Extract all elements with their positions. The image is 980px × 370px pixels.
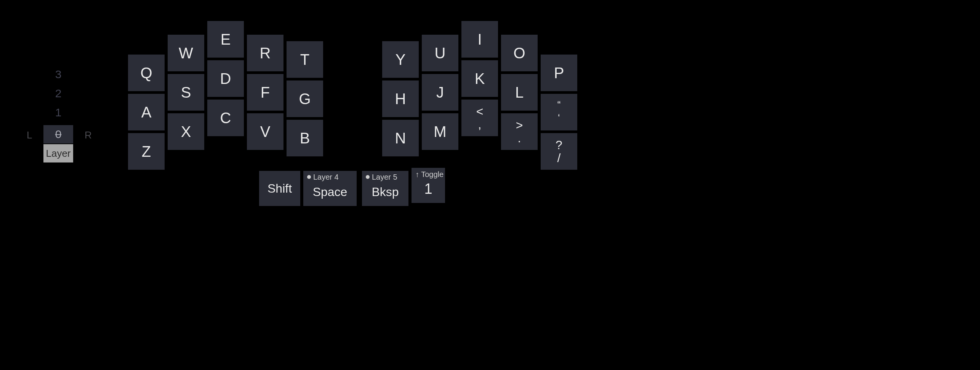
key-k[interactable]: K <box>461 60 498 97</box>
layer-0-active[interactable]: 0 <box>43 125 73 143</box>
thumb-shift[interactable]: Shift <box>259 171 300 206</box>
key-u[interactable]: U <box>422 35 458 71</box>
key-v[interactable]: V <box>247 113 283 150</box>
thumb-shift-label: Shift <box>267 182 292 196</box>
key-quote-shift: “ <box>557 100 561 109</box>
dot-icon <box>307 175 311 179</box>
thumb-toggle[interactable]: ↑ Toggle 1 <box>412 168 445 203</box>
side-right-label: R <box>85 129 92 141</box>
thumb-bksp-label: Bksp <box>372 185 399 199</box>
key-a[interactable]: A <box>128 94 165 130</box>
thumb-toggle-tag-text: Toggle <box>421 170 444 179</box>
key-b[interactable]: B <box>287 120 323 156</box>
key-l[interactable]: L <box>501 74 538 111</box>
key-period[interactable]: > . <box>501 113 538 150</box>
key-m[interactable]: M <box>422 113 458 150</box>
key-t[interactable]: T <box>287 41 323 78</box>
thumb-bksp-tag: Layer 5 <box>366 173 397 181</box>
layer-2[interactable]: 2 <box>43 87 73 100</box>
key-g[interactable]: G <box>287 80 323 117</box>
dot-icon <box>366 175 370 179</box>
key-s[interactable]: S <box>168 74 204 111</box>
key-period-shift: > <box>516 119 523 131</box>
key-slash[interactable]: ? / <box>541 133 577 170</box>
key-x[interactable]: X <box>168 113 204 150</box>
arrow-up-icon: ↑ <box>415 170 419 179</box>
key-n[interactable]: N <box>382 120 419 156</box>
key-w[interactable]: W <box>168 35 204 71</box>
key-j[interactable]: J <box>422 74 458 111</box>
key-q[interactable]: Q <box>128 55 165 91</box>
thumb-space[interactable]: Layer 4 Space <box>303 171 357 206</box>
thumb-space-tag-text: Layer 4 <box>313 173 339 181</box>
side-left-label: L <box>27 129 32 141</box>
layer-label[interactable]: Layer <box>43 144 73 162</box>
key-slash-base: / <box>557 152 561 164</box>
key-z[interactable]: Z <box>128 133 165 170</box>
key-period-base: . <box>518 132 521 144</box>
thumb-toggle-tag: ↑ Toggle <box>415 170 444 179</box>
thumb-bksp[interactable]: Layer 5 Bksp <box>362 171 408 206</box>
key-p[interactable]: P <box>541 55 577 91</box>
thumb-space-tag: Layer 4 <box>307 173 339 181</box>
key-slash-shift: ? <box>556 139 562 151</box>
key-quote[interactable]: “ ‘ <box>541 94 577 130</box>
key-quote-base: ‘ <box>558 113 560 122</box>
key-f[interactable]: F <box>247 74 283 111</box>
key-i[interactable]: I <box>461 21 498 58</box>
thumb-space-label: Space <box>313 185 347 199</box>
key-c[interactable]: C <box>207 100 244 136</box>
key-h[interactable]: H <box>382 80 419 117</box>
key-comma-base: , <box>478 118 482 130</box>
key-r[interactable]: R <box>247 35 283 71</box>
thumb-bksp-tag-text: Layer 5 <box>372 173 397 181</box>
layer-3[interactable]: 3 <box>43 68 73 81</box>
keyboard-layout: L R 3 2 1 0 Layer Q A Z W S X E D C R F … <box>0 0 980 370</box>
key-comma-shift: < <box>476 105 484 117</box>
key-d[interactable]: D <box>207 60 244 97</box>
thumb-toggle-label: 1 <box>424 181 432 197</box>
key-o[interactable]: O <box>501 35 538 71</box>
key-e[interactable]: E <box>207 21 244 58</box>
layer-1[interactable]: 1 <box>43 106 73 119</box>
key-y[interactable]: Y <box>382 41 419 78</box>
key-comma[interactable]: < , <box>461 100 498 136</box>
